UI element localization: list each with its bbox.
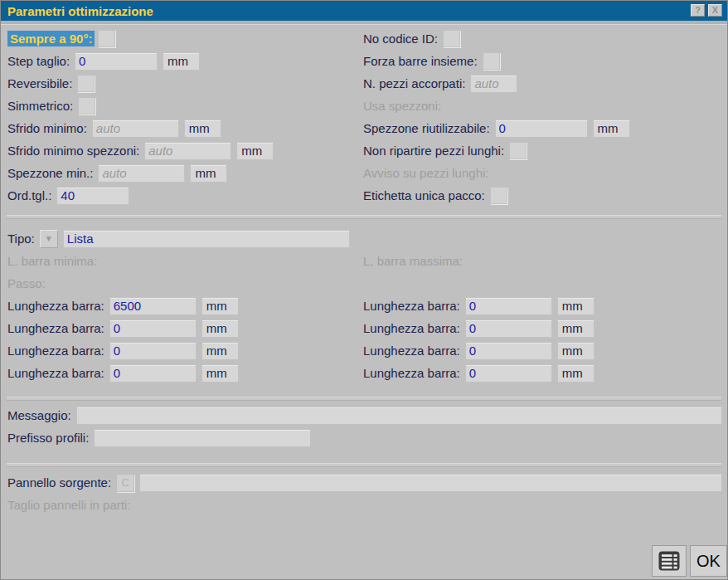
spezzone-riutilizzabile-unit: mm xyxy=(593,119,630,138)
no-codice-id-label: No codice ID: xyxy=(363,32,438,46)
section-parameters: Sempre a 90°: No codice ID: Step taglio:… xyxy=(7,27,722,207)
lunghezza-barra-unit: mm xyxy=(557,342,595,360)
l-barra-minima-label: L. barra minima: xyxy=(7,254,97,268)
section-panel: Pannello sorgente: C Taglio pannelli in … xyxy=(7,471,722,516)
non-ripartire-pezzi-lunghi-label: Non ripartire pezzi lunghi: xyxy=(363,144,504,158)
passo-row: Passo: xyxy=(7,272,722,295)
bar-row-1: Lunghezza barra: mm Lunghezza barra: mm xyxy=(7,295,722,317)
tipo-label: Tipo: xyxy=(7,232,35,246)
sfrido-minimo-spezzoni-label: Sfrido minimo spezzoni: xyxy=(7,144,139,158)
ord-tgl-label: Ord.tgl.: xyxy=(7,188,51,202)
step-taglio-unit: mm xyxy=(163,52,200,71)
etichetta-unica-pacco-label: Etichetta unica pacco: xyxy=(363,188,485,202)
sfrido-minimo-unit: mm xyxy=(184,119,221,138)
sempre-a-90-checkbox[interactable] xyxy=(98,30,115,47)
table-grid-icon xyxy=(658,550,681,572)
lunghezza-barra-input-r3[interactable] xyxy=(465,342,552,360)
n-pezzi-accorpati-label: N. pezzi accorpati: xyxy=(363,76,465,90)
lunghezza-barra-label: Lunghezza barra: xyxy=(7,321,104,335)
pannello-sorgente-c-button[interactable]: C xyxy=(116,474,134,492)
usa-spezzoni-label: Usa spezzoni: xyxy=(363,99,441,113)
spezzone-riutilizzabile-input[interactable] xyxy=(495,119,588,138)
titlebar: Parametri ottimizzazione xyxy=(1,1,727,21)
taglio-pannelli-row: Taglio pannelli in parti: xyxy=(7,494,722,516)
section-bars: Tipo: ▼ L. barra minima: L. barra massim… xyxy=(7,227,722,384)
barra-minmax-row: L. barra minima: L. barra massima: xyxy=(7,250,722,272)
dialog-parametri-ottimizzazione: Parametri ottimizzazione ? X Sempre a 90… xyxy=(0,0,728,580)
messaggio-row: Messaggio: xyxy=(7,404,722,426)
spezzone-min-unit: mm xyxy=(190,164,227,183)
dialog-title: Parametri ottimizzazione xyxy=(7,4,153,18)
lunghezza-barra-input-r2[interactable] xyxy=(465,319,552,338)
lunghezza-barra-label: Lunghezza barra: xyxy=(7,299,104,313)
lunghezza-barra-unit: mm xyxy=(557,319,595,338)
lunghezza-barra-unit: mm xyxy=(557,364,595,383)
bar-row-2: Lunghezza barra: mm Lunghezza barra: mm xyxy=(7,317,722,339)
step-taglio-input[interactable] xyxy=(75,52,158,71)
reversibile-label: Reversibile: xyxy=(7,76,72,90)
no-codice-id-checkbox[interactable] xyxy=(443,30,460,47)
lunghezza-barra-label: Lunghezza barra: xyxy=(7,366,104,380)
lunghezza-barra-input-l3[interactable] xyxy=(109,342,197,360)
spezzone-riutilizzabile-label: Spezzone riutilizzabile: xyxy=(363,121,490,135)
lunghezza-barra-unit: mm xyxy=(201,342,239,360)
lunghezza-barra-label: Lunghezza barra: xyxy=(363,344,460,358)
lunghezza-barra-unit: mm xyxy=(201,364,239,383)
messaggio-label: Messaggio: xyxy=(7,408,71,422)
table-grid-button[interactable] xyxy=(652,545,687,577)
lunghezza-barra-unit: mm xyxy=(201,319,239,338)
lunghezza-barra-input-l4[interactable] xyxy=(109,364,197,383)
divider xyxy=(7,397,721,401)
forza-barre-insieme-checkbox[interactable] xyxy=(483,52,500,70)
chevron-down-icon: ▼ xyxy=(45,235,53,243)
etichetta-unica-pacco-checkbox[interactable] xyxy=(490,187,507,204)
sfrido-minimo-label: Sfrido minimo: xyxy=(7,121,87,135)
ok-button[interactable]: OK xyxy=(690,545,727,577)
prefisso-profili-input[interactable] xyxy=(94,429,311,447)
divider xyxy=(7,463,721,467)
lunghezza-barra-input-r1[interactable] xyxy=(465,297,552,315)
row-2: Step taglio: mm Forza barre insieme: xyxy=(7,50,722,72)
non-ripartire-pezzi-lunghi-checkbox[interactable] xyxy=(509,142,527,159)
row-5: Sfrido minimo: mm Spezzone riutilizzabil… xyxy=(7,117,722,139)
bar-row-4: Lunghezza barra: mm Lunghezza barra: mm xyxy=(7,362,722,384)
pannello-sorgente-input[interactable] xyxy=(139,474,722,492)
sfrido-minimo-spezzoni-unit: mm xyxy=(236,142,274,160)
lunghezza-barra-label: Lunghezza barra: xyxy=(363,366,460,380)
lunghezza-barra-input-l2[interactable] xyxy=(109,319,197,338)
divider xyxy=(7,215,721,219)
pannello-sorgente-label: Pannello sorgente: xyxy=(7,475,111,490)
spezzone-min-label: Spezzone min.: xyxy=(7,166,93,180)
avviso-su-pezzi-lunghi-label: Avviso su pezzi lunghi: xyxy=(363,166,488,180)
row-7: Spezzone min.: mm Avviso su pezzi lunghi… xyxy=(7,162,722,184)
lunghezza-barra-label: Lunghezza barra: xyxy=(7,344,104,358)
row-6: Sfrido minimo spezzoni: mm Non ripartire… xyxy=(7,139,722,162)
simmetrico-checkbox[interactable] xyxy=(78,97,95,115)
lunghezza-barra-label: Lunghezza barra: xyxy=(363,321,460,335)
lunghezza-barra-label: Lunghezza barra: xyxy=(363,299,460,313)
tipo-row: Tipo: ▼ xyxy=(7,227,722,250)
close-button[interactable]: X xyxy=(708,4,722,17)
n-pezzi-accorpati-input[interactable] xyxy=(470,75,517,93)
sfrido-minimo-input[interactable] xyxy=(92,119,179,138)
row-3: Reversibile: N. pezzi accorpati: xyxy=(7,72,722,95)
pannello-sorgente-row: Pannello sorgente: C xyxy=(7,471,722,494)
l-barra-massima-label: L. barra massima: xyxy=(363,254,463,268)
tipo-input[interactable] xyxy=(63,230,350,248)
ord-tgl-input[interactable] xyxy=(56,187,129,205)
titlebar-strip xyxy=(1,21,727,25)
lunghezza-barra-unit: mm xyxy=(557,297,595,315)
messaggio-input[interactable] xyxy=(76,407,722,425)
row-4: Simmetrico: Usa spezzoni: xyxy=(7,95,722,117)
spezzone-min-input[interactable] xyxy=(98,164,185,183)
lunghezza-barra-input-r4[interactable] xyxy=(465,364,552,383)
sfrido-minimo-spezzoni-input[interactable] xyxy=(144,142,231,160)
lunghezza-barra-input-l1[interactable] xyxy=(109,297,197,315)
section-message: Messaggio: Prefisso profili: xyxy=(7,404,722,449)
prefisso-profili-label: Prefisso profili: xyxy=(7,431,89,445)
tipo-dropdown-button[interactable]: ▼ xyxy=(40,230,58,248)
prefisso-profili-row: Prefisso profili: xyxy=(7,426,722,449)
help-button[interactable]: ? xyxy=(691,4,705,17)
reversibile-checkbox[interactable] xyxy=(77,75,95,92)
step-taglio-label: Step taglio: xyxy=(7,54,70,68)
